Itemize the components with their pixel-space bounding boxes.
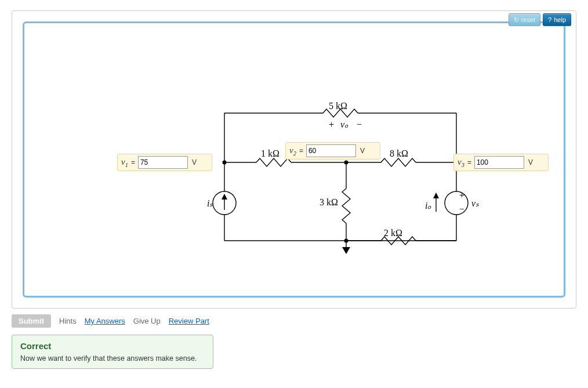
give-up-link[interactable]: Give Up bbox=[133, 317, 161, 325]
r2-label: 2 kΩ bbox=[384, 228, 402, 238]
feedback-title: Correct bbox=[20, 341, 205, 351]
review-part-link[interactable]: Review Part bbox=[169, 317, 209, 325]
v3-unit: V bbox=[527, 158, 533, 166]
action-row: Submit Hints My Answers Give Up Review P… bbox=[12, 314, 576, 328]
v1-box: v1 = V bbox=[117, 154, 212, 171]
v1-name: v1 bbox=[121, 157, 128, 168]
v1-input[interactable] bbox=[138, 156, 188, 169]
r5-label: 5 kΩ bbox=[329, 101, 347, 111]
v1-unit: V bbox=[191, 158, 197, 166]
svg-point-26 bbox=[344, 161, 349, 165]
v2-box: v2 = V bbox=[285, 142, 380, 159]
v3-box: v3 = V bbox=[453, 154, 549, 171]
figure-panel: ↻ reset ? help bbox=[12, 10, 576, 309]
r8-label: 8 kΩ bbox=[390, 148, 408, 158]
io-label: iₒ bbox=[425, 201, 431, 211]
svg-point-28 bbox=[344, 239, 349, 243]
help-label: help bbox=[554, 16, 566, 23]
equals-sign: = bbox=[467, 158, 471, 166]
my-answers-link[interactable]: My Answers bbox=[85, 317, 125, 325]
vs-plus: + bbox=[459, 190, 464, 200]
vo-plus: + bbox=[329, 119, 334, 129]
drawing-canvas: 5 kΩ + vₒ − 1 kΩ 8 kΩ 3 kΩ 2 kΩ iₛ iₒ vₛ… bbox=[23, 21, 565, 298]
vs-label: vₛ bbox=[471, 198, 480, 208]
feedback-body: Now we want to verify that these answers… bbox=[20, 354, 205, 362]
reset-icon: ↻ bbox=[514, 16, 519, 24]
help-icon: ? bbox=[548, 16, 551, 23]
equals-sign: = bbox=[131, 158, 135, 166]
vs-minus: − bbox=[459, 204, 464, 214]
reset-label: reset bbox=[521, 16, 535, 23]
v2-unit: V bbox=[359, 147, 365, 155]
feedback-box: Correct Now we want to verify that these… bbox=[12, 335, 213, 369]
v2-name: v2 bbox=[289, 146, 296, 157]
svg-point-25 bbox=[223, 161, 227, 165]
svg-marker-24 bbox=[342, 247, 350, 254]
v3-name: v3 bbox=[458, 157, 464, 168]
help-button[interactable]: ? help bbox=[543, 13, 571, 26]
hints-link[interactable]: Hints bbox=[59, 317, 77, 325]
is-label: iₛ bbox=[207, 198, 213, 208]
equals-sign: = bbox=[299, 147, 303, 155]
svg-marker-20 bbox=[433, 193, 439, 198]
v3-input[interactable] bbox=[474, 156, 524, 169]
v2-input[interactable] bbox=[306, 144, 356, 157]
reset-button[interactable]: ↻ reset bbox=[509, 13, 540, 26]
svg-marker-14 bbox=[222, 194, 227, 200]
submit-button[interactable]: Submit bbox=[12, 314, 51, 328]
r1-label: 1 kΩ bbox=[261, 148, 280, 158]
vo-minus: − bbox=[357, 119, 362, 129]
vo-label: vₒ bbox=[340, 119, 349, 129]
r3-label: 3 kΩ bbox=[320, 197, 338, 207]
